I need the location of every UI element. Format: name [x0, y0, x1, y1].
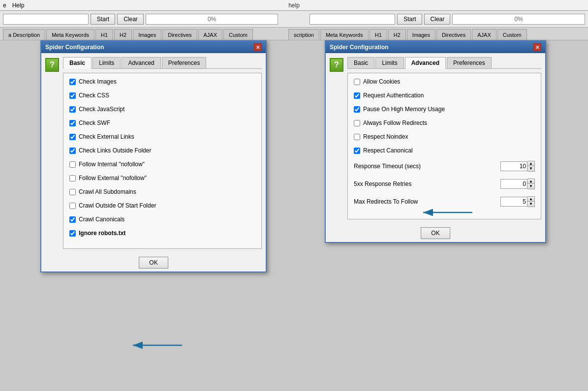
checkbox-item-left-1: Check CSS: [69, 92, 255, 99]
start-button-2[interactable]: Start: [397, 14, 422, 25]
dialog-tab-preferences-right[interactable]: Preferences: [447, 57, 492, 68]
tab-h2-2[interactable]: H2: [388, 29, 406, 40]
progress-bar-1: 0%: [146, 14, 279, 25]
menu-help[interactable]: Help: [12, 2, 25, 9]
menu-bar: e Help help: [0, 0, 588, 11]
tab-h1-1[interactable]: H1: [95, 29, 113, 40]
toolbar-1: Start Clear 0% Start Clear 0%: [0, 11, 588, 28]
dialog-tab-basic-left[interactable]: Basic: [63, 57, 92, 69]
tab-description-1[interactable]: a Description: [3, 29, 45, 40]
menu-file[interactable]: e: [3, 2, 6, 9]
checkbox-left-9[interactable]: [69, 203, 76, 209]
dialog-tab-basic-right[interactable]: Basic: [347, 57, 374, 68]
help-button-left[interactable]: ?: [45, 58, 59, 72]
tabs-bar: a Description Meta Keywords H1 H2 Images…: [0, 28, 588, 40]
checkbox-label-left-5: Check Links Outside Folder: [79, 147, 151, 154]
checkbox-left-8[interactable]: [69, 189, 76, 195]
dialog-right-close[interactable]: ✕: [533, 43, 541, 51]
tab-ajax-1[interactable]: AJAX: [198, 29, 223, 40]
dialog-tab-advanced-right[interactable]: Advanced: [405, 57, 446, 69]
start-button-1[interactable]: Start: [91, 14, 115, 25]
checkbox-label-right-3: Always Follow Redirects: [363, 120, 427, 126]
tab-directives-1[interactable]: Directives: [162, 29, 197, 40]
clear-button-2[interactable]: Clear: [424, 14, 451, 25]
dialog-right-titlebar: Spider Configuration ✕: [326, 41, 545, 53]
dialog-left-content: Check ImagesCheck CSSCheck JavaScriptChe…: [63, 73, 262, 249]
tab-custom-2[interactable]: Custom: [497, 29, 527, 40]
tab-images-2[interactable]: Images: [407, 29, 435, 40]
number-input-2[interactable]: [500, 197, 527, 207]
ok-button-left[interactable]: OK: [139, 257, 168, 269]
checkbox-item-left-4: Check External Links: [69, 133, 255, 140]
tab-keywords-1[interactable]: Meta Keywords: [46, 29, 94, 40]
checkbox-label-right-4: Respect Noindex: [363, 133, 408, 140]
dialog-left-title: Spider Configuration: [45, 44, 104, 51]
dialog-tab-limits-right[interactable]: Limits: [375, 57, 403, 68]
checkbox-left-0[interactable]: [69, 79, 76, 85]
dialog-right-body: ? Basic Limits Advanced Preferences Allo…: [326, 53, 545, 223]
checkbox-label-right-1: Request Authentication: [363, 92, 424, 99]
checkbox-right-5[interactable]: [354, 148, 360, 154]
dialog-left-close[interactable]: ✕: [254, 43, 262, 51]
tab-directives-2[interactable]: Directives: [436, 29, 471, 40]
url-input-2[interactable]: [309, 14, 395, 25]
checkbox-label-left-0: Check Images: [79, 78, 117, 85]
checkbox-item-left-0: Check Images: [69, 78, 255, 85]
spinner-up-1[interactable]: ▲: [527, 179, 534, 184]
dialog-right-content: Allow CookiesRequest AuthenticationPause…: [347, 73, 541, 219]
clear-button-1[interactable]: Clear: [117, 14, 144, 25]
dialog-tab-preferences-left[interactable]: Preferences: [162, 57, 207, 68]
checkbox-list-right: Allow CookiesRequest AuthenticationPause…: [354, 78, 535, 154]
checkbox-right-4[interactable]: [354, 134, 360, 140]
checkbox-right-2[interactable]: [354, 106, 360, 113]
tab-h2-1[interactable]: H2: [114, 29, 132, 40]
number-input-0[interactable]: [500, 161, 527, 171]
spinner-down-2[interactable]: ▼: [527, 202, 534, 207]
dialog-left-body: ? Basic Limits Advanced Preferences Chec…: [41, 53, 266, 253]
checkbox-label-left-2: Check JavaScript: [79, 106, 124, 113]
checkbox-label-left-8: Crawl All Subdomains: [79, 188, 136, 195]
dialog-left-titlebar: Spider Configuration ✕: [41, 41, 266, 53]
checkbox-left-10[interactable]: [69, 216, 76, 223]
checkbox-left-11[interactable]: [69, 230, 76, 237]
tab-custom-1[interactable]: Custom: [223, 29, 253, 40]
tab-ajax-2[interactable]: AJAX: [472, 29, 496, 40]
checkbox-right-3[interactable]: [354, 120, 360, 126]
spinner-up-2[interactable]: ▲: [527, 197, 534, 202]
checkbox-left-2[interactable]: [69, 106, 76, 113]
checkbox-left-4[interactable]: [69, 134, 76, 140]
spinner-down-1[interactable]: ▼: [527, 184, 534, 189]
spinner-down-0[interactable]: ▼: [527, 166, 534, 171]
number-field-0: Response Timeout (secs)▲▼: [354, 161, 535, 172]
checkbox-left-5[interactable]: [69, 148, 76, 154]
checkbox-label-left-7: Follow External "nofollow": [79, 175, 147, 181]
checkbox-left-3[interactable]: [69, 120, 76, 126]
dialog-tab-limits-left[interactable]: Limits: [93, 57, 121, 68]
checkbox-label-right-5: Respect Canonical: [363, 147, 413, 154]
checkbox-right-0[interactable]: [354, 79, 360, 85]
checkbox-right-1[interactable]: [354, 92, 360, 99]
checkbox-item-left-11: Ignore robots.txt: [69, 230, 255, 237]
url-input-1[interactable]: [3, 14, 89, 25]
number-input-1[interactable]: [500, 179, 527, 189]
dialog-tab-advanced-left[interactable]: Advanced: [122, 57, 160, 68]
tab-keywords-2[interactable]: Meta Keywords: [320, 29, 369, 40]
checkbox-item-left-8: Crawl All Subdomains: [69, 188, 255, 195]
help-button-right[interactable]: ?: [330, 58, 343, 72]
number-label-0: Response Timeout (secs): [354, 163, 500, 170]
checkbox-left-1[interactable]: [69, 92, 76, 99]
dialog-left: Spider Configuration ✕ ? Basic Limits Ad…: [40, 40, 267, 272]
checkbox-item-left-5: Check Links Outside Folder: [69, 147, 255, 154]
progress-bar-2: 0%: [452, 14, 585, 25]
checkbox-item-left-9: Crawl Outside Of Start Folder: [69, 202, 255, 209]
tab-images-1[interactable]: Images: [133, 29, 161, 40]
spinner-up-0[interactable]: ▲: [527, 161, 534, 166]
tab-h1-2[interactable]: H1: [370, 29, 387, 40]
checkbox-label-left-11: Ignore robots.txt: [79, 230, 125, 237]
tab-description-2[interactable]: scription: [288, 29, 319, 40]
dialog-right: Spider Configuration ✕ ? Basic Limits Ad…: [325, 40, 546, 243]
ok-button-right[interactable]: OK: [421, 227, 450, 239]
checkbox-list-left: Check ImagesCheck CSSCheck JavaScriptChe…: [69, 78, 255, 237]
checkbox-left-6[interactable]: [69, 161, 76, 168]
checkbox-left-7[interactable]: [69, 175, 76, 181]
